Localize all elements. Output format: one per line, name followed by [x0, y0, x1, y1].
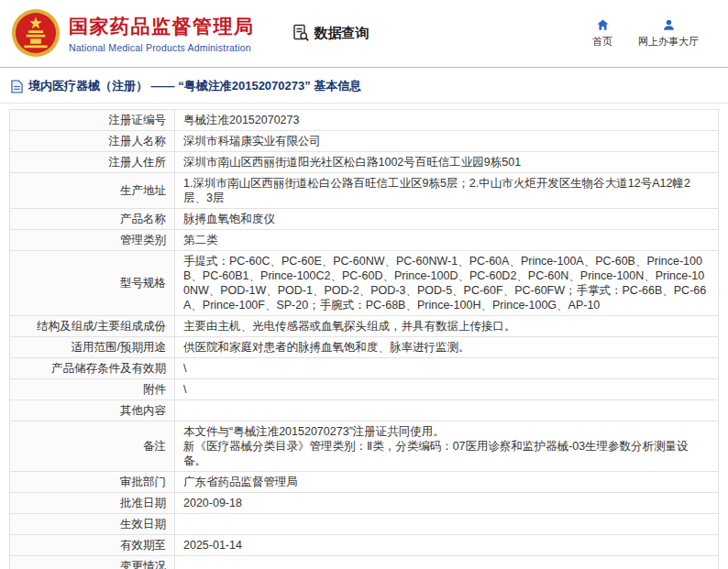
row-label: 型号规格: [10, 251, 175, 316]
person-icon: [662, 18, 676, 32]
nav-home-label: 首页: [592, 35, 612, 49]
national-emblem-icon: [11, 8, 61, 58]
row-label: 附件: [10, 379, 175, 400]
row-label: 变更情况: [10, 556, 175, 569]
nav-service-hall-label: 网上办事大厅: [638, 35, 699, 49]
row-label: 注册证编号: [10, 110, 175, 131]
table-row: 注册人住所 深圳市南山区西丽街道阳光社区松白路1002号百旺信工业园9栋501: [10, 152, 719, 173]
data-query-tab[interactable]: 数据查询: [292, 24, 370, 42]
home-icon: [596, 18, 610, 32]
data-query-label: 数据查询: [314, 25, 370, 42]
table-row: 附件 \: [10, 379, 719, 400]
row-label: 其他内容: [10, 400, 175, 421]
row-label: 适用范围/预期用途: [10, 337, 175, 358]
table-row: 其他内容: [10, 400, 719, 421]
row-label: 结构及组成/主要组成成份: [10, 316, 175, 337]
table-row: 注册人名称 深圳市科瑞康实业有限公司: [10, 131, 719, 152]
row-value: 供医院和家庭对患者的脉搏血氧饱和度、脉率进行监测。: [175, 337, 719, 358]
table-row: 批准日期 2020-09-18: [10, 493, 719, 514]
row-label: 产品储存条件及有效期: [10, 358, 175, 379]
row-label: 备注: [10, 421, 175, 472]
row-value: 主要由主机、光电传感器或血氧探头组成，并具有数据上传接口。: [175, 316, 719, 337]
page-title-bar: 境内医疗器械（注册） —— “粤械注准20152070273” 基本信息: [0, 68, 728, 104]
row-value: 2020-09-18: [175, 493, 719, 514]
agency-name-en: National Medical Products Administration: [69, 42, 255, 53]
row-label: 注册人住所: [10, 152, 175, 173]
table-row: 生效日期: [10, 514, 719, 535]
site-header: 国家药品监督管理局 National Medical Products Admi…: [0, 0, 728, 68]
row-value: 深圳市南山区西丽街道阳光社区松白路1002号百旺信工业园9栋501: [175, 152, 719, 173]
row-value: [175, 514, 719, 535]
row-label: 管理类别: [10, 230, 175, 251]
row-value: 粤械注准20152070273: [175, 110, 719, 131]
row-label: 有效期至: [10, 535, 175, 556]
table-row: 备注 本文件与“粤械注准20152070273”注册证共同使用。 新《医疗器械分…: [10, 421, 719, 472]
agency-name: 国家药品监督管理局 National Medical Products Admi…: [69, 14, 255, 53]
page-title: 境内医疗器械（注册） —— “粤械注准20152070273” 基本信息: [28, 78, 361, 94]
row-value: [175, 556, 719, 569]
registration-info-table: 注册证编号 粤械注准20152070273 注册人名称 深圳市科瑞康实业有限公司…: [9, 109, 719, 569]
nav-service-hall[interactable]: 网上办事大厅: [638, 18, 699, 49]
row-value: 1.深圳市南山区西丽街道松白公路百旺信工业区9栋5层；2.中山市火炬开发区生物谷…: [175, 173, 719, 209]
row-label: 审批部门: [10, 472, 175, 493]
table-row: 审批部门 广东省药品监督管理局: [10, 472, 719, 493]
table-row: 变更情况: [10, 556, 719, 569]
row-value: 深圳市科瑞康实业有限公司: [175, 131, 719, 152]
table-row: 型号规格 手提式：PC-60C、PC-60E、PC-60NW、PC-60NW-1…: [10, 251, 719, 316]
row-value: 第二类: [175, 230, 719, 251]
row-value: 2025-01-14: [175, 535, 719, 556]
table-row: 产品储存条件及有效期 \: [10, 358, 719, 379]
row-value: \: [175, 379, 719, 400]
agency-name-cn: 国家药品监督管理局: [69, 14, 255, 39]
row-label: 生效日期: [10, 514, 175, 535]
document-search-icon: [292, 24, 310, 42]
row-value: 手提式：PC-60C、PC-60E、PC-60NW、PC-60NW-1、PC-6…: [175, 251, 719, 316]
row-label: 批准日期: [10, 493, 175, 514]
top-nav: 首页 网上办事大厅: [592, 18, 715, 49]
document-icon: [11, 80, 23, 93]
table-row: 有效期至 2025-01-14: [10, 535, 719, 556]
table-row: 结构及组成/主要组成成份 主要由主机、光电传感器或血氧探头组成，并具有数据上传接…: [10, 316, 719, 337]
nav-home[interactable]: 首页: [592, 18, 612, 49]
table-row: 注册证编号 粤械注准20152070273: [10, 110, 719, 131]
row-value: 广东省药品监督管理局: [175, 472, 719, 493]
row-value: [175, 400, 719, 421]
table-row: 生产地址 1.深圳市南山区西丽街道松白公路百旺信工业区9栋5层；2.中山市火炬开…: [10, 173, 719, 209]
row-value: 脉搏血氧饱和度仪: [175, 209, 719, 230]
row-label: 注册人名称: [10, 131, 175, 152]
row-label: 生产地址: [10, 173, 175, 209]
table-row: 管理类别 第二类: [10, 230, 719, 251]
table-row: 产品名称 脉搏血氧饱和度仪: [10, 209, 719, 230]
row-value: 本文件与“粤械注准20152070273”注册证共同使用。 新《医疗器械分类目录…: [175, 421, 719, 472]
row-label: 产品名称: [10, 209, 175, 230]
row-value: \: [175, 358, 719, 379]
table-row: 适用范围/预期用途 供医院和家庭对患者的脉搏血氧饱和度、脉率进行监测。: [10, 337, 719, 358]
brand: 国家药品监督管理局 National Medical Products Admi…: [11, 8, 255, 58]
registration-info: 注册证编号 粤械注准20152070273 注册人名称 深圳市科瑞康实业有限公司…: [0, 104, 728, 569]
